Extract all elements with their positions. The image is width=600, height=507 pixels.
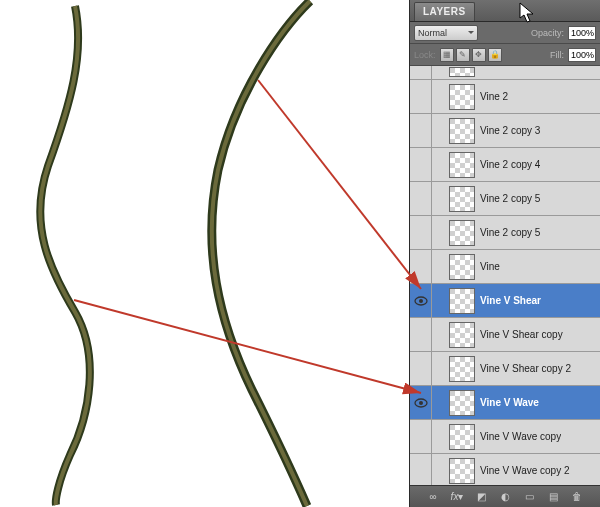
layer-list[interactable]: Vine 2Vine 2 copy 3Vine 2 copy 4Vine 2 c… (410, 80, 600, 485)
lock-pixels-icon[interactable]: ✎ (456, 48, 470, 62)
artwork (0, 0, 409, 507)
layer-row[interactable]: Vine V Wave (410, 386, 600, 420)
visibility-toggle[interactable] (410, 284, 432, 317)
lock-label: Lock: (414, 50, 436, 60)
fill-field[interactable]: 100% (568, 48, 596, 62)
layer-row[interactable]: Vine 2 copy 5 (410, 182, 600, 216)
layer-thumbnail[interactable] (449, 152, 475, 178)
layers-panel[interactable]: LAYERS Normal Opacity: 100% Lock: ▦ ✎ ✥ … (409, 0, 600, 507)
layer-name-label[interactable]: Vine 2 copy 5 (480, 227, 540, 238)
layer-name-label[interactable]: Vine V Wave copy 2 (480, 465, 570, 476)
svg-point-3 (419, 299, 423, 303)
layers-tab[interactable]: LAYERS (414, 2, 475, 21)
layer-row[interactable]: Vine 2 copy 5 (410, 216, 600, 250)
layer-name-label[interactable]: Vine 2 copy 3 (480, 125, 540, 136)
lock-transparency-icon[interactable]: ▦ (440, 48, 454, 62)
layer-thumbnail[interactable] (449, 186, 475, 212)
layer-name-label[interactable]: Vine 2 copy 4 (480, 159, 540, 170)
layer-thumbnail[interactable] (449, 288, 475, 314)
visibility-toggle[interactable] (410, 148, 432, 181)
eye-icon (414, 296, 428, 306)
visibility-toggle[interactable] (410, 454, 432, 485)
layer-thumbnail[interactable] (449, 424, 475, 450)
panel-tab-bar: LAYERS (410, 0, 600, 22)
lock-fill-row: Lock: ▦ ✎ ✥ 🔒 Fill: 100% (410, 44, 600, 66)
visibility-toggle[interactable] (410, 420, 432, 453)
lock-all-icon[interactable]: 🔒 (488, 48, 502, 62)
layer-name-label[interactable]: Vine V Wave (480, 397, 539, 408)
layer-thumbnail[interactable] (449, 390, 475, 416)
layer-row[interactable]: Vine V Shear copy 2 (410, 352, 600, 386)
layer-thumbnail[interactable] (449, 84, 475, 110)
blend-opacity-row: Normal Opacity: 100% (410, 22, 600, 44)
layer-row[interactable]: Vine 2 copy 4 (410, 148, 600, 182)
visibility-toggle[interactable] (410, 216, 432, 249)
layer-name-label[interactable]: Vine V Wave copy (480, 431, 561, 442)
layer-row[interactable]: Vine V Shear copy (410, 318, 600, 352)
layer-thumbnail[interactable] (449, 220, 475, 246)
group-icon[interactable]: ▭ (521, 490, 537, 504)
lock-icons: ▦ ✎ ✥ 🔒 (440, 48, 502, 62)
opacity-field[interactable]: 100% (568, 26, 596, 40)
layer-row[interactable]: Vine 2 (410, 80, 600, 114)
layer-thumbnail[interactable] (449, 118, 475, 144)
layer-row[interactable]: Vine 2 copy 3 (410, 114, 600, 148)
svg-point-5 (419, 401, 423, 405)
layer-thumbnail[interactable] (449, 254, 475, 280)
layer-row[interactable]: Vine (410, 250, 600, 284)
canvas-area (0, 0, 409, 507)
eye-icon (414, 398, 428, 408)
layer-row[interactable]: Vine V Wave copy 2 (410, 454, 600, 485)
visibility-toggle[interactable] (410, 80, 432, 113)
layer-name-label[interactable]: Vine (480, 261, 500, 272)
layer-row[interactable]: Vine V Shear (410, 284, 600, 318)
layer-thumbnail[interactable] (449, 458, 475, 484)
layer-thumbnail[interactable] (449, 356, 475, 382)
adjustment-icon[interactable]: ◐ (497, 490, 513, 504)
visibility-toggle[interactable] (410, 114, 432, 147)
visibility-toggle[interactable] (410, 250, 432, 283)
lock-position-icon[interactable]: ✥ (472, 48, 486, 62)
layer-thumbnail[interactable] (449, 322, 475, 348)
visibility-toggle[interactable] (410, 318, 432, 351)
opacity-label: Opacity: (531, 28, 564, 38)
link-icon[interactable]: ∞ (425, 490, 441, 504)
visibility-toggle[interactable] (410, 182, 432, 215)
layer-name-label[interactable]: Vine V Shear copy 2 (480, 363, 571, 374)
blend-mode-select[interactable]: Normal (414, 25, 478, 41)
fx-icon[interactable]: fx▾ (449, 490, 465, 504)
new-layer-icon[interactable]: ▤ (545, 490, 561, 504)
panel-bottom-bar: ∞ fx▾ ◩ ◐ ▭ ▤ 🗑 (410, 485, 600, 507)
layer-name-label[interactable]: Vine 2 copy 5 (480, 193, 540, 204)
trash-icon[interactable]: 🗑 (569, 490, 585, 504)
visibility-toggle[interactable] (410, 386, 432, 419)
visibility-toggle[interactable] (410, 352, 432, 385)
layer-name-label[interactable]: Vine V Shear copy (480, 329, 563, 340)
fill-label: Fill: (550, 50, 564, 60)
layer-name-label[interactable]: Vine V Shear (480, 295, 541, 306)
layer-row[interactable]: Vine V Wave copy (410, 420, 600, 454)
mask-icon[interactable]: ◩ (473, 490, 489, 504)
layer-name-label[interactable]: Vine 2 (480, 91, 508, 102)
